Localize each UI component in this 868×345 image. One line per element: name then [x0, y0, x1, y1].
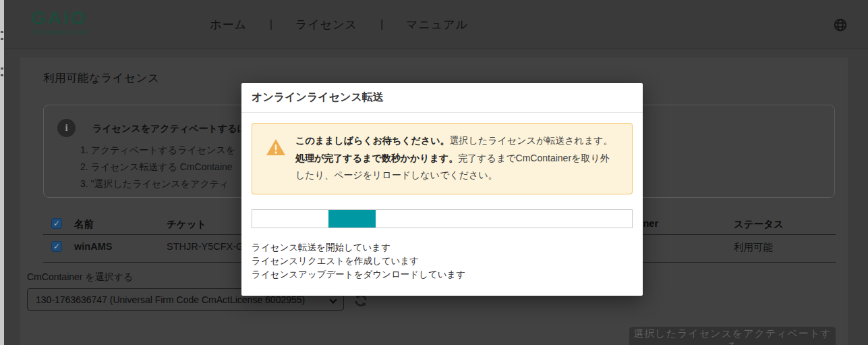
- alert-text-1: 選択したライセンスが転送されます。: [450, 135, 613, 146]
- modal-title: オンラインライセンス転送: [252, 90, 384, 105]
- modal-body: このまましばらくお待ちください。選択したライセンスが転送されます。処理が完了する…: [241, 113, 643, 292]
- license-transfer-modal: オンラインライセンス転送 このまましばらくお待ちください。選択したライセンスが転…: [241, 83, 643, 296]
- status-line: ライセンスリクエストを作成しています: [252, 255, 633, 268]
- modal-header: オンラインライセンス転送: [241, 83, 643, 113]
- edge-artifact: [1, 68, 3, 70]
- screen-edge-strip: [0, 0, 4, 345]
- warning-triangle-icon: [266, 138, 286, 157]
- wait-warning-alert: このまましばらくお待ちください。選択したライセンスが転送されます。処理が完了する…: [252, 123, 633, 194]
- alert-bold-1: このまましばらくお待ちください。: [295, 135, 450, 146]
- transfer-progress-bar: [252, 209, 633, 228]
- edge-artifact: [1, 31, 3, 33]
- status-line: ライセンス転送を開始しています: [252, 241, 633, 255]
- transfer-status-log: ライセンス転送を開始しています ライセンスリクエストを作成しています ライセンス…: [252, 241, 633, 282]
- progress-fill: [328, 210, 376, 228]
- edge-artifact: [1, 38, 3, 40]
- alert-message: このまましばらくお待ちください。選択したライセンスが転送されます。処理が完了する…: [295, 132, 618, 184]
- edge-artifact: [1, 74, 3, 76]
- app-window: GAIO TECHNOLOGY ホーム | ライセンス | マニュアル 利用可能…: [0, 0, 868, 345]
- alert-bold-2: 処理が完了するまで数秒かかります。: [295, 153, 458, 163]
- status-line: ライセンスアップデートをダウンロードしています: [252, 268, 633, 282]
